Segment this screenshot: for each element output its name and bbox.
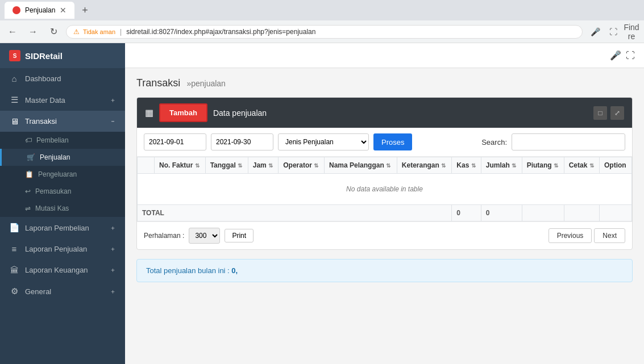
total-piutang [522,205,564,221]
sort-icon-nama-pelanggan[interactable]: ⇅ [386,162,390,169]
pagination-buttons: Previous Next [549,228,625,243]
no-data-cell: No data available in table [138,174,632,205]
search-input[interactable] [512,133,625,150]
sort-icon-jam[interactable]: ⇅ [268,162,273,169]
sidebar-item-master-data[interactable]: ☰ Master Data ＋ [0,89,125,111]
sidebar-label-pemasukan: Pemasukan [35,187,71,195]
pemasukan-icon: ↩ [25,187,31,195]
brand-icon: S [9,50,20,61]
browser-chrome: Penjualan ✕ + [0,0,644,20]
page-title: Transaksi [136,77,180,89]
general-expand: ＋ [110,287,116,296]
sort-icon-keterangan[interactable]: ⇅ [441,162,446,169]
breadcrumb: Transaksi »penjualan [136,77,633,89]
sidebar-label-mutasi-kas: Mutasi Kas [35,204,69,212]
sort-icon-tanggal[interactable]: ⇅ [238,162,242,169]
browser-actions: 🎤 ⛶ Find re [587,24,639,40]
sidebar-item-laporan-penjualan[interactable]: ≡ Laporan Penjualan ＋ [0,239,125,260]
th-jam: Jam ⇅ [248,157,279,174]
general-icon: ⚙ [9,286,19,296]
refresh-button[interactable]: ↻ [45,24,61,40]
address-bar[interactable]: ⚠ Tidak aman | sidretail.id:8027/index.p… [66,25,583,39]
per-page-label: Perhalaman : [144,232,184,240]
expand-top-button[interactable]: ⛶ [626,51,635,61]
sidebar-item-pengeluaran[interactable]: 📋 Pengeluaran [0,166,125,183]
th-piutang: Piutang ⇅ [522,157,564,174]
th-checkbox [138,157,155,174]
pengeluaran-icon: 📋 [25,170,34,178]
sort-icon-jumlah[interactable]: ⇅ [512,162,516,169]
security-label: Tidak aman [83,28,115,35]
mic-button[interactable]: 🎤 [587,24,603,40]
sort-icon-no-faktur[interactable]: ⇅ [195,162,200,169]
next-button[interactable]: Next [594,228,625,243]
tab-title: Penjualan [25,6,55,14]
sort-icon-piutang[interactable]: ⇅ [554,162,558,169]
forward-button[interactable]: → [25,24,41,40]
mic-top-button[interactable]: 🎤 [610,50,621,61]
sidebar-label-master-data: Master Data [25,96,65,104]
back-button[interactable]: ← [5,24,20,40]
total-jumlah: 0 [481,205,522,221]
summary-bar: Total penjualan bulan ini : 0, [136,259,633,282]
sidebar-item-penjualan[interactable]: 🛒 Penjualan [0,149,125,166]
sort-icon-operator[interactable]: ⇅ [314,162,318,169]
th-option: Option [600,157,632,174]
tambah-button[interactable]: Tambah [159,103,207,122]
data-card: ▦ Tambah Data penjualan □ ⤢ Jenis Penjua… [136,97,633,250]
sidebar-item-pembelian[interactable]: 🏷 Pembelian [0,132,125,149]
new-tab-button[interactable]: + [77,2,93,18]
date-from-input[interactable] [144,133,206,150]
card-header: ▦ Tambah Data penjualan □ ⤢ [137,98,632,128]
security-icon: ⚠ [73,28,80,36]
previous-button[interactable]: Previous [549,228,592,243]
per-page-select[interactable]: 100200300500 [189,228,220,244]
sidebar-label-laporan-pembelian: Laporan Pembelian [25,224,89,232]
total-kas: 0 [452,205,481,221]
search-label: Search: [481,138,507,147]
sidebar-item-transaksi[interactable]: 🖥 Transaksi － [0,111,125,132]
sidebar-item-general[interactable]: ⚙ General ＋ [0,281,125,302]
th-tanggal: Tanggal ⇅ [205,157,248,174]
table-header-row: No. Faktur ⇅ Tanggal ⇅ Jam ⇅ [138,157,632,174]
top-bar: 🎤 ⛶ [125,43,644,68]
fullscreen-button[interactable]: ⛶ [605,24,621,40]
sort-icon-cetak[interactable]: ⇅ [589,162,594,169]
sidebar-item-mutasi-kas[interactable]: ⇌ Mutasi Kas [0,200,125,217]
total-cetak [564,205,599,221]
card-action-square[interactable]: □ [593,106,607,120]
sidebar-brand: S SIDRetail [0,43,125,68]
active-tab[interactable]: Penjualan ✕ [5,2,74,19]
app-layout: S SIDRetail ⌂ Dashboard ☰ Master Data ＋ … [0,43,644,364]
sidebar-item-dashboard[interactable]: ⌂ Dashboard [0,68,125,89]
transaksi-icon: 🖥 [9,116,19,126]
table-wrapper: No. Faktur ⇅ Tanggal ⇅ Jam ⇅ [137,157,632,221]
sidebar-label-laporan-penjualan: Laporan Penjualan [25,245,87,253]
sidebar-label-pembelian: Pembelian [36,136,69,144]
sidebar-label-penjualan: Penjualan [40,153,70,161]
th-cetak: Cetak ⇅ [564,157,599,174]
total-row: TOTAL 0 0 [138,205,632,221]
find-button[interactable]: Find re [624,24,639,40]
laporan-penjualan-expand: ＋ [110,245,116,253]
jenis-penjualan-select[interactable]: Jenis Penjualan [278,133,369,150]
sidebar-label-transaksi: Transaksi [25,117,57,125]
sidebar-item-pemasukan[interactable]: ↩ Pemasukan [0,183,125,200]
sidebar-item-laporan-pembelian[interactable]: 📄 Laporan Pembelian ＋ [0,217,125,239]
card-action-expand[interactable]: ⤢ [610,106,624,120]
sidebar-sub-transaksi: 🏷 Pembelian 🛒 Penjualan 📋 Pengeluaran ↩ … [0,132,125,217]
sidebar-item-laporan-keuangan[interactable]: 🏛 Laporan Keuangan ＋ [0,260,125,281]
summary-value: 0, [231,266,238,275]
no-data-row: No data available in table [138,174,632,205]
tab-close-button[interactable]: ✕ [60,6,67,15]
sort-icon-kas[interactable]: ⇅ [471,162,476,169]
laporan-keuangan-expand: ＋ [110,266,116,274]
proses-button[interactable]: Proses [373,133,412,150]
print-button[interactable]: Print [225,229,254,242]
th-nama-pelanggan: Nama Pelanggan ⇅ [325,157,397,174]
th-no-faktur: No. Faktur ⇅ [155,157,206,174]
card-title: Data penjualan [213,108,588,118]
sidebar: S SIDRetail ⌂ Dashboard ☰ Master Data ＋ … [0,43,125,364]
th-kas: Kas ⇅ [452,157,481,174]
date-to-input[interactable] [211,133,273,150]
